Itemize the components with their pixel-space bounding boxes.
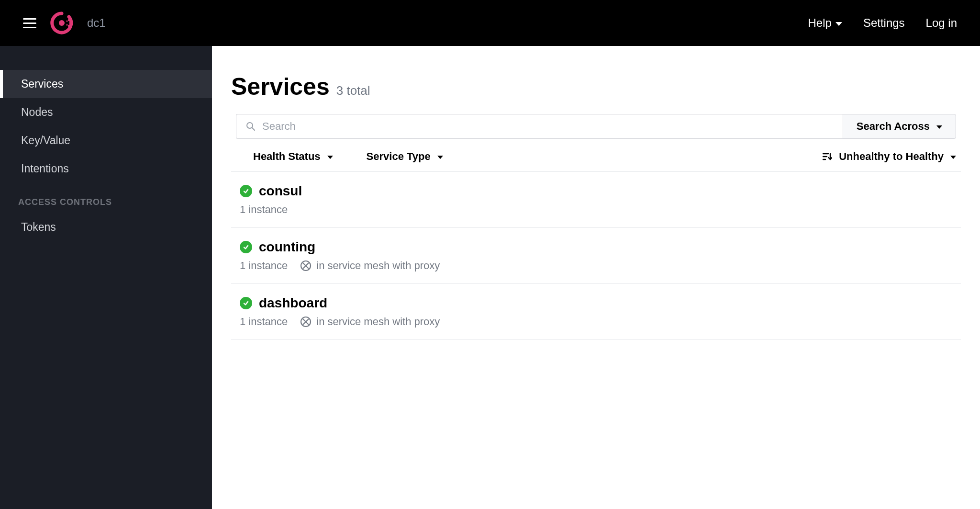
consul-logo-icon: [50, 11, 74, 35]
instance-count: 1 instance: [240, 316, 288, 328]
help-menu[interactable]: Help: [808, 16, 842, 30]
page-title-row: Services 3 total: [231, 73, 961, 101]
login-link[interactable]: Log in: [926, 16, 957, 30]
sidebar-item-intentions[interactable]: Intentions: [0, 155, 212, 183]
main-content: Services 3 total Search Across Health St…: [212, 46, 980, 509]
header-left: dc1: [23, 11, 106, 35]
settings-link[interactable]: Settings: [863, 16, 905, 30]
filter-service-type[interactable]: Service Type: [367, 150, 443, 163]
mesh-badge: in service mesh with proxy: [300, 260, 440, 272]
mesh-label: in service mesh with proxy: [316, 316, 440, 328]
sidebar-item-services[interactable]: Services: [0, 70, 212, 98]
search-across-label: Search Across: [857, 120, 930, 133]
top-header: dc1 Help Settings Log in: [0, 0, 980, 46]
mesh-icon: [300, 260, 312, 271]
sidebar-item-tokens[interactable]: Tokens: [0, 213, 212, 241]
chevron-down-icon: [936, 125, 942, 129]
service-row[interactable]: dashboard1 instancein service mesh with …: [231, 284, 961, 340]
services-list: consul1 instancecounting1 instancein ser…: [231, 172, 961, 340]
help-label: Help: [808, 16, 832, 30]
search-row: Search Across: [236, 114, 956, 139]
filter-health-status[interactable]: Health Status: [253, 150, 333, 163]
mesh-icon: [300, 316, 312, 328]
service-meta: 1 instancein service mesh with proxy: [240, 316, 952, 328]
health-check-passing-icon: [240, 241, 252, 253]
search-input[interactable]: [262, 120, 833, 133]
layout: ServicesNodesKey/ValueIntentions ACCESS …: [0, 46, 980, 509]
service-meta: 1 instancein service mesh with proxy: [240, 260, 952, 272]
service-row[interactable]: consul1 instance: [231, 172, 961, 228]
page-count: 3 total: [336, 83, 370, 98]
svg-line-7: [252, 128, 255, 130]
service-name: consul: [259, 183, 302, 199]
chevron-down-icon: [950, 156, 956, 159]
service-row[interactable]: counting1 instancein service mesh with p…: [231, 228, 961, 284]
filter-type-label: Service Type: [367, 150, 431, 163]
svg-point-3: [68, 25, 70, 27]
mesh-label: in service mesh with proxy: [316, 260, 440, 272]
mesh-badge: in service mesh with proxy: [300, 316, 440, 328]
service-name: dashboard: [259, 295, 327, 311]
search-box[interactable]: [236, 114, 843, 139]
svg-point-5: [66, 24, 67, 25]
chevron-down-icon: [835, 22, 842, 26]
filter-health-label: Health Status: [253, 150, 321, 163]
svg-point-0: [59, 20, 65, 26]
filters-row: Health Status Service Type Unheal: [231, 139, 961, 172]
service-name: counting: [259, 239, 315, 255]
chevron-down-icon: [327, 156, 333, 159]
page-title: Services: [231, 73, 330, 101]
header-right: Help Settings Log in: [808, 16, 957, 30]
search-icon: [246, 122, 256, 131]
svg-point-1: [68, 19, 70, 21]
service-row-header: counting: [240, 239, 952, 255]
instance-count: 1 instance: [240, 204, 288, 216]
sidebar-heading-access: ACCESS CONTROLS: [0, 183, 212, 213]
datacenter-label[interactable]: dc1: [87, 16, 106, 30]
health-check-passing-icon: [240, 297, 252, 309]
search-across-button[interactable]: Search Across: [843, 114, 956, 139]
sort-icon: [823, 152, 832, 161]
sidebar-item-nodes[interactable]: Nodes: [0, 98, 212, 126]
svg-point-2: [69, 22, 71, 24]
service-row-header: dashboard: [240, 295, 952, 311]
svg-point-4: [66, 20, 67, 22]
sidebar-item-key-value[interactable]: Key/Value: [0, 126, 212, 155]
service-meta: 1 instance: [240, 204, 952, 216]
chevron-down-icon: [437, 156, 443, 159]
sort-button[interactable]: Unhealthy to Healthy: [823, 150, 956, 163]
svg-point-6: [247, 123, 253, 128]
health-check-passing-icon: [240, 185, 252, 197]
menu-icon[interactable]: [23, 18, 36, 28]
sort-label: Unhealthy to Healthy: [839, 150, 944, 163]
service-row-header: consul: [240, 183, 952, 199]
instance-count: 1 instance: [240, 260, 288, 272]
sidebar: ServicesNodesKey/ValueIntentions ACCESS …: [0, 46, 212, 509]
